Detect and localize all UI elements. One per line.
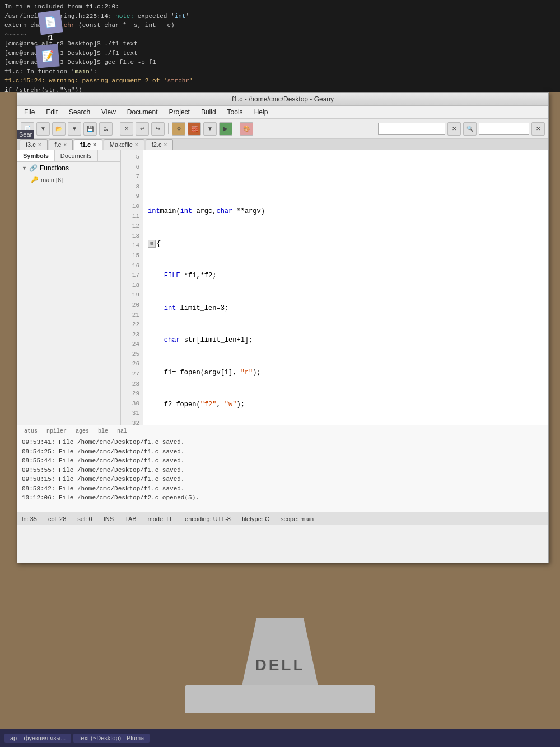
menu-search[interactable]: Search bbox=[67, 107, 92, 117]
log-tab-scribble[interactable]: ble bbox=[96, 428, 110, 435]
log-entry-7: 10:12:06: File /home/cmc/Desktop/f2.c op… bbox=[22, 493, 544, 503]
code-line-12: f2=fopen("f2", "w"); bbox=[148, 400, 544, 410]
color-picker[interactable]: 🎨 bbox=[240, 122, 253, 136]
sidebar-tab-symbols[interactable]: Symbols bbox=[17, 150, 55, 161]
tab-makefile-close[interactable]: × bbox=[135, 142, 138, 148]
tab-f1c[interactable]: f1.c × bbox=[74, 139, 102, 150]
sidebar-tab-documents[interactable]: Documents bbox=[55, 150, 98, 161]
toolbar-sep-3 bbox=[236, 123, 236, 134]
status-sel: sel: 0 bbox=[77, 516, 92, 522]
status-bar: ln: 35 col: 28 sel: 0 INS TAB mode: LF e… bbox=[17, 512, 548, 525]
main-area: Symbols Documents ▼ 🔗 Functions 🔑 main [… bbox=[17, 150, 548, 425]
tab-f2c[interactable]: f2.c × bbox=[146, 139, 174, 150]
sidebar-main-item[interactable]: 🔑 main [6] bbox=[17, 174, 120, 185]
menu-view[interactable]: View bbox=[99, 107, 118, 117]
toolbar: 📄 ▼ 📂 ▼ 💾 🗂 ✕ ↩ ↪ ⚙ 🧱 ▼ ▶ 🎨 ✕ 🔍 ✕ bbox=[17, 119, 548, 139]
log-tab-status[interactable]: atus bbox=[22, 428, 40, 435]
log-area: atus npiler ages ble nal 09:53:41: File … bbox=[17, 425, 548, 512]
tab-f1c-close[interactable]: × bbox=[93, 142, 96, 148]
tab-f2c-close[interactable]: × bbox=[164, 142, 167, 148]
log-tabs-bar: atus npiler ages ble nal bbox=[22, 428, 544, 435]
terminal-top: In file included from f1.c:2:0: /usr/inc… bbox=[0, 0, 560, 92]
compile-button[interactable]: ⚙ bbox=[172, 122, 185, 136]
tab-f3c[interactable]: f3.c × bbox=[20, 139, 48, 150]
menu-project[interactable]: Project bbox=[167, 107, 192, 117]
code-line-9: int limit_len=3; bbox=[148, 303, 544, 314]
sidebar-tabs-bar: Symbols Documents bbox=[17, 150, 120, 162]
sidebar-functions-item[interactable]: ▼ 🔗 Functions bbox=[17, 162, 120, 174]
bottom-taskbar: ар – функция язы... text (~Desktop) - Pl… bbox=[0, 729, 560, 747]
dell-logo: DELL bbox=[235, 656, 325, 674]
terminal-line-4: ^~~~~~ bbox=[4, 30, 556, 40]
code-line-5 bbox=[148, 174, 544, 184]
code-line-7: ⊟{ bbox=[148, 239, 544, 249]
line-numbers: 5 6 7 8 9 10 11 12 13 14 15 16 17 18 19 … bbox=[121, 150, 143, 425]
build-button[interactable]: 🧱 bbox=[188, 122, 201, 136]
undo-button[interactable]: ↩ bbox=[136, 122, 149, 136]
log-tab-terminal[interactable]: nal bbox=[115, 428, 129, 435]
status-encoding: encoding: UTF-8 bbox=[185, 516, 231, 522]
log-entry-4: 09:55:55: File /home/cmc/Desktop/f1.c sa… bbox=[22, 466, 544, 475]
taskbar-item-1[interactable]: ар – функция язы... bbox=[4, 734, 71, 743]
save-button[interactable]: 💾 bbox=[83, 122, 97, 136]
tab-fc-close[interactable]: × bbox=[63, 142, 67, 148]
desktop-icon-1[interactable]: 📄 f1 bbox=[34, 11, 67, 41]
menu-edit[interactable]: Edit bbox=[44, 107, 60, 117]
replace-clear-icon[interactable]: ✕ bbox=[531, 122, 545, 136]
code-editor[interactable]: 5 6 7 8 9 10 11 12 13 14 15 16 17 18 19 … bbox=[121, 150, 548, 425]
menu-file[interactable]: File bbox=[22, 107, 37, 117]
redo-button[interactable]: ↪ bbox=[151, 122, 165, 136]
terminal-line-8: f1.c: In function 'main': bbox=[4, 67, 556, 77]
desktop-icon-2[interactable]: 📝 bbox=[31, 45, 64, 68]
toolbar-dropdown-1[interactable]: ▼ bbox=[36, 122, 50, 136]
search-sidebar-label: Sear bbox=[17, 130, 34, 139]
toolbar-dropdown-2[interactable]: ▼ bbox=[68, 122, 81, 136]
function-icon: 🔑 bbox=[31, 176, 39, 183]
status-scope: scope: main bbox=[281, 516, 314, 522]
find-button[interactable]: 🔍 bbox=[463, 122, 477, 136]
desktop-icon-1-img: 📄 bbox=[38, 10, 63, 35]
close-button[interactable]: ✕ bbox=[120, 122, 133, 136]
clear-search-icon[interactable]: ✕ bbox=[447, 122, 461, 136]
log-entry-1: 09:53:41: File /home/cmc/Desktop/f1.c sa… bbox=[22, 438, 544, 447]
monitor-stand-neck bbox=[241, 618, 319, 691]
menu-bar: File Edit Search View Document Project B… bbox=[17, 106, 548, 119]
status-mode: INS bbox=[104, 516, 114, 522]
search-input[interactable] bbox=[378, 123, 445, 135]
terminal-line-3: extern char *strchr (const char *__s, in… bbox=[4, 21, 556, 30]
monitor-stand-base bbox=[185, 685, 375, 713]
log-tab-compiler[interactable]: npiler bbox=[44, 428, 69, 435]
status-lf: mode: LF bbox=[148, 516, 174, 522]
taskbar-item-2[interactable]: text (~Desktop) - Pluma bbox=[73, 734, 150, 743]
functions-label: Functions bbox=[40, 164, 69, 172]
run-button[interactable]: ▶ bbox=[219, 122, 232, 136]
menu-help[interactable]: Help bbox=[252, 107, 270, 117]
log-entry-5: 09:58:15: File /home/cmc/Desktop/f1.c sa… bbox=[22, 475, 544, 484]
expand-icon: ▼ bbox=[22, 165, 27, 171]
code-content[interactable]: int main(int argc,char **argv) ⊟{ FILE *… bbox=[143, 150, 548, 425]
save-all-button[interactable]: 🗂 bbox=[99, 122, 113, 136]
tab-f3c-close[interactable]: × bbox=[38, 142, 41, 148]
code-line-8: FILE *f1,*f2; bbox=[148, 271, 544, 281]
fold-marker-7[interactable]: ⊟ bbox=[148, 240, 156, 248]
toolbar-dropdown-3[interactable]: ▼ bbox=[203, 122, 217, 136]
status-line: ln: 35 bbox=[22, 516, 37, 522]
code-line-10: char str[limit_len+1]; bbox=[148, 335, 544, 346]
toolbar-sep-1 bbox=[116, 123, 116, 134]
menu-document[interactable]: Document bbox=[125, 107, 160, 117]
tab-makefile[interactable]: Makefile × bbox=[104, 139, 144, 150]
status-tab: TAB bbox=[125, 516, 137, 522]
sidebar: Symbols Documents ▼ 🔗 Functions 🔑 main [… bbox=[17, 150, 121, 425]
desktop-icon-1-label: f1 bbox=[48, 35, 53, 41]
geany-title: f1.c - /home/cmc/Desktop - Geany bbox=[232, 95, 334, 103]
log-entry-2: 09:54:25: File /home/cmc/Desktop/f1.c sa… bbox=[22, 447, 544, 457]
main-label: main [6] bbox=[41, 177, 63, 183]
terminal-line-10: if (strchr(str,"\n")) bbox=[4, 86, 556, 93]
menu-tools[interactable]: Tools bbox=[225, 107, 245, 117]
toolbar-sep-2 bbox=[168, 123, 169, 134]
menu-build[interactable]: Build bbox=[199, 107, 218, 117]
open-button[interactable]: 📂 bbox=[52, 122, 66, 136]
tab-fc[interactable]: f.c × bbox=[49, 139, 73, 150]
replace-input[interactable] bbox=[479, 123, 529, 135]
log-tab-messages[interactable]: ages bbox=[73, 428, 91, 435]
